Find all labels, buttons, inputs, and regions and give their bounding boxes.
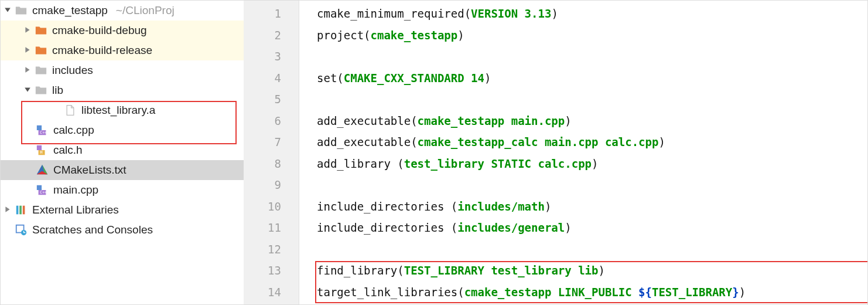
project-path: ~/CLionProj bbox=[116, 4, 175, 17]
chevron-down-icon[interactable] bbox=[4, 6, 12, 15]
tree-label: External Libraries bbox=[32, 204, 119, 216]
folder-excluded-icon bbox=[35, 24, 47, 37]
gutter-line-number[interactable]: 8 bbox=[244, 153, 299, 175]
project-tree[interactable]: cmake_testapp ~/CLionProj cmake-build-de… bbox=[1, 1, 244, 304]
tree-item-build-release[interactable]: cmake-build-release bbox=[1, 40, 244, 60]
chevron-right-icon[interactable] bbox=[24, 66, 32, 74]
code-line[interactable] bbox=[317, 46, 867, 67]
cmake-file-icon bbox=[36, 164, 49, 177]
folder-icon bbox=[35, 84, 47, 97]
code-line[interactable]: include_directories (includes/math) bbox=[317, 196, 867, 218]
svg-rect-18 bbox=[16, 206, 19, 215]
cpp-file-icon: C++ bbox=[36, 124, 49, 137]
gutter-line-number[interactable]: 9 bbox=[244, 174, 299, 196]
code-line[interactable]: find_library(TEST_LIBRARY test_library l… bbox=[317, 260, 867, 282]
tree-label: Scratches and Consoles bbox=[32, 223, 153, 236]
folder-icon bbox=[35, 64, 47, 77]
folder-icon bbox=[15, 4, 28, 17]
tree-item-build-debug[interactable]: cmake-build-debug bbox=[1, 21, 244, 40]
code-line[interactable]: add_library (test_library STATIC calc.cp… bbox=[317, 153, 867, 175]
svg-rect-14 bbox=[37, 185, 42, 190]
svg-marker-4 bbox=[25, 87, 30, 92]
scratches-icon bbox=[15, 223, 28, 236]
tree-item-main-cpp[interactable]: C++ main.cpp bbox=[1, 180, 244, 200]
tree-label: includes bbox=[52, 64, 93, 77]
file-icon bbox=[64, 104, 77, 117]
gutter-line-number[interactable]: 1 bbox=[244, 3, 299, 25]
tree-item-calc-h[interactable]: H calc.h bbox=[1, 140, 244, 160]
gutter-line-number[interactable]: 4 bbox=[244, 67, 299, 89]
tree-label: lib bbox=[52, 84, 63, 97]
tree-item-includes[interactable]: includes bbox=[1, 60, 244, 80]
gutter-line-number[interactable]: 14 bbox=[244, 282, 299, 303]
code-line[interactable]: set(CMAKE_CXX_STANDARD 14) bbox=[317, 67, 867, 89]
gutter-line-number[interactable]: 10 bbox=[244, 196, 299, 218]
svg-text:H: H bbox=[40, 150, 42, 155]
tree-root[interactable]: cmake_testapp ~/CLionProj bbox=[1, 1, 244, 21]
tree-item-scratches[interactable]: Scratches and Consoles bbox=[1, 220, 244, 240]
gutter-line-number[interactable]: 3 bbox=[244, 46, 299, 67]
code-line[interactable]: target_link_libraries(cmake_testapp LINK… bbox=[317, 282, 867, 303]
code-line[interactable]: add_executable(cmake_testapp_calc main.c… bbox=[317, 131, 867, 153]
tree-item-cmakelists[interactable]: CMakeLists.txt bbox=[1, 160, 244, 180]
tree-item-external-libraries[interactable]: External Libraries bbox=[1, 200, 244, 220]
code-line[interactable] bbox=[317, 89, 867, 110]
tree-item-lib[interactable]: lib bbox=[1, 80, 244, 100]
code-line[interactable] bbox=[317, 174, 867, 196]
chevron-right-icon[interactable] bbox=[4, 206, 12, 214]
tree-item-lib-file[interactable]: libtest_library.a bbox=[1, 100, 244, 120]
tree-label: main.cpp bbox=[53, 184, 98, 196]
gutter-line-number[interactable]: 2 bbox=[244, 25, 299, 46]
tree-label: cmake_testapp bbox=[32, 4, 108, 17]
svg-text:C++: C++ bbox=[40, 190, 47, 195]
cpp-file-icon: C++ bbox=[36, 184, 49, 196]
code-line[interactable]: include_directories (includes/general) bbox=[317, 217, 867, 239]
tree-label: CMakeLists.txt bbox=[53, 164, 127, 177]
gutter-line-number[interactable]: 11 bbox=[244, 217, 299, 239]
external-libraries-icon bbox=[15, 204, 28, 216]
code-line[interactable]: cmake_minimum_required(VERSION 3.13) bbox=[317, 3, 867, 25]
tree-label: calc.h bbox=[53, 144, 83, 157]
chevron-right-icon[interactable] bbox=[24, 26, 32, 35]
code-line[interactable]: project(cmake_testapp) bbox=[317, 25, 867, 46]
header-file-icon: H bbox=[36, 144, 49, 157]
editor-gutter[interactable]: 1234567891011121314 bbox=[244, 1, 299, 304]
code-line[interactable] bbox=[317, 239, 867, 260]
folder-excluded-icon bbox=[35, 44, 47, 57]
gutter-line-number[interactable]: 12 bbox=[244, 239, 299, 260]
editor-code[interactable]: cmake_minimum_required(VERSION 3.13)proj… bbox=[299, 1, 867, 304]
gutter-line-number[interactable]: 13 bbox=[244, 260, 299, 282]
gutter-line-number[interactable]: 6 bbox=[244, 110, 299, 132]
svg-text:C++: C++ bbox=[40, 130, 47, 135]
svg-marker-2 bbox=[25, 47, 29, 53]
svg-marker-3 bbox=[25, 67, 29, 73]
svg-rect-20 bbox=[23, 206, 25, 215]
svg-rect-19 bbox=[19, 206, 22, 215]
svg-rect-5 bbox=[37, 126, 42, 130]
svg-marker-17 bbox=[5, 206, 9, 212]
tree-label: cmake-build-debug bbox=[52, 24, 147, 37]
tree-label: cmake-build-release bbox=[52, 44, 152, 57]
tree-label: libtest_library.a bbox=[81, 104, 155, 117]
tree-item-calc-cpp[interactable]: C++ calc.cpp bbox=[1, 120, 244, 140]
editor-panel: 1234567891011121314 cmake_minimum_requir… bbox=[244, 1, 867, 304]
code-line[interactable]: add_executable(cmake_testapp main.cpp) bbox=[317, 110, 867, 132]
gutter-line-number[interactable]: 7 bbox=[244, 131, 299, 153]
svg-marker-0 bbox=[5, 8, 11, 12]
gutter-line-number[interactable]: 5 bbox=[244, 89, 299, 110]
tree-label: calc.cpp bbox=[53, 124, 94, 137]
chevron-right-icon[interactable] bbox=[24, 46, 32, 55]
chevron-down-icon[interactable] bbox=[24, 86, 32, 94]
svg-marker-1 bbox=[25, 27, 29, 33]
